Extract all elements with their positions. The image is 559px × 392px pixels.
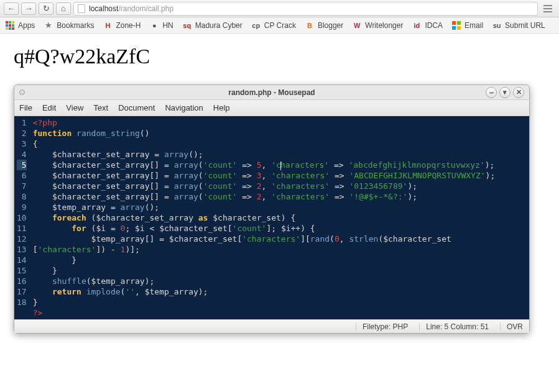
editor-titlebar: random.php - Mousepad ‒ ▾ ✕ (14, 85, 529, 100)
favicon: id (412, 21, 422, 30)
bookmark-label: IDCA (425, 21, 443, 30)
svg-rect-4 (9, 24, 11, 27)
line-number: 14 (17, 255, 27, 265)
menu-item[interactable]: Document (118, 103, 155, 112)
status-filetype: Filetype: PHP (356, 322, 408, 331)
back-button[interactable]: ← (4, 2, 19, 15)
line-number: 7 (17, 181, 27, 191)
line-number: 6 (17, 170, 27, 181)
code-line[interactable]: return implode('', $temp_array); (33, 286, 524, 297)
reload-button[interactable]: ↻ (39, 2, 53, 15)
bookmark-item[interactable]: WWritelonger (352, 21, 403, 30)
url-bar[interactable]: localhost/random/call.php (73, 2, 538, 16)
code-line[interactable]: } (33, 265, 524, 276)
bookmark-item[interactable]: Email (451, 21, 483, 30)
line-number: 15 (17, 265, 27, 276)
code-line[interactable]: } (33, 297, 524, 308)
code-line[interactable]: } (33, 255, 524, 265)
bookmark-item[interactable]: idIDCA (412, 21, 443, 30)
forward-button[interactable]: → (21, 2, 36, 15)
maximize-button[interactable]: ▾ (499, 87, 510, 98)
url-host: localhost (89, 4, 118, 13)
home-button[interactable]: ⌂ (56, 2, 71, 15)
page-icon (78, 4, 85, 13)
line-number: 9 (17, 202, 27, 212)
line-number: 17 (17, 286, 27, 297)
line-number: 1 (17, 117, 27, 128)
favicon: H (103, 21, 113, 30)
bookmark-label: CP Crack (264, 21, 296, 30)
bookmark-label: Zone-H (116, 21, 141, 30)
code-line[interactable]: $temp_array[] = $character_set['characte… (33, 234, 524, 244)
bookmark-item[interactable]: sqMadura Cyber (182, 21, 243, 30)
line-gutter: 123456789101112131415161718 (14, 116, 30, 319)
code-content[interactable]: <?phpfunction random_string(){ $characte… (30, 116, 529, 319)
code-line[interactable]: $character_set_array[] = array('count' =… (33, 191, 524, 202)
close-button[interactable]: ✕ (513, 87, 524, 98)
code-line[interactable]: $character_set_array = array(); (33, 149, 524, 160)
svg-rect-5 (12, 24, 14, 27)
menu-item[interactable]: View (66, 103, 83, 112)
menu-item[interactable]: Help (213, 103, 230, 112)
bookmark-item[interactable]: suSubmit URL (492, 21, 545, 30)
menu-item[interactable]: File (19, 103, 32, 112)
svg-rect-11 (452, 26, 456, 30)
bookmark-label: Apps (18, 21, 35, 30)
bookmark-item[interactable]: BBlogger (305, 21, 343, 30)
code-area[interactable]: 123456789101112131415161718 <?phpfunctio… (14, 116, 529, 319)
bookmark-item[interactable]: HZone-H (103, 21, 141, 30)
svg-rect-9 (452, 21, 456, 25)
line-number: 2 (17, 128, 27, 139)
menu-item[interactable]: Text (93, 103, 108, 112)
bookmark-item[interactable]: cpCP Crack (251, 21, 296, 30)
titlebar-dot[interactable] (19, 89, 25, 95)
svg-rect-7 (9, 27, 11, 30)
minimize-button[interactable]: ‒ (486, 87, 497, 98)
line-number: 5 (17, 160, 27, 170)
code-line[interactable]: $character_set_array[] = array('count' =… (33, 181, 524, 191)
star-icon: ★ (44, 21, 53, 30)
svg-rect-12 (457, 26, 461, 30)
code-line[interactable]: { (33, 139, 524, 149)
code-line[interactable]: $character_set_array[] = array('count' =… (33, 170, 524, 181)
apps-icon (5, 21, 15, 30)
favicon: ● (149, 21, 159, 30)
bookmark-label: Writelonger (365, 21, 403, 30)
line-number: 11 (17, 223, 27, 234)
bookmark-item[interactable]: Apps (5, 21, 35, 30)
code-line[interactable]: function random_string() (33, 128, 524, 139)
url-path: /random/call.php (118, 4, 173, 13)
code-line[interactable]: ['characters']) - 1)]; (33, 244, 524, 255)
code-line[interactable]: <?php (33, 117, 524, 128)
favicon: su (492, 21, 502, 30)
code-line[interactable]: foreach ($character_set_array as $charac… (33, 212, 524, 223)
bookmark-label: Madura Cyber (195, 21, 243, 30)
svg-rect-0 (6, 21, 8, 24)
code-line[interactable]: $temp_array = array(); (33, 202, 524, 212)
line-number: 18 (17, 297, 27, 308)
bookmark-item[interactable]: ●HN (149, 21, 173, 30)
code-line[interactable]: for ($i = 0; $i < $character_set['count'… (33, 223, 524, 234)
page-content: q#Q?w22kaZfC (0, 34, 559, 68)
line-number: 16 (17, 276, 27, 286)
email-icon (451, 21, 461, 30)
favicon: W (352, 21, 362, 30)
status-ovr: OVR (500, 322, 523, 331)
menu-item[interactable]: Navigation (165, 103, 203, 112)
editor-title: random.php - Mousepad (228, 88, 315, 97)
favicon: cp (251, 21, 261, 30)
menu-icon[interactable] (540, 2, 555, 15)
code-line[interactable]: shuffle($temp_array); (33, 276, 524, 286)
code-line[interactable]: $character_set_array[] = array('count' =… (33, 160, 524, 170)
bookmark-item[interactable]: ★Bookmarks (44, 21, 94, 30)
favicon: sq (182, 21, 192, 30)
random-output: q#Q?w22kaZfC (14, 45, 559, 68)
svg-rect-10 (457, 21, 461, 25)
menu-item[interactable]: Edit (42, 103, 56, 112)
line-number: 8 (17, 191, 27, 202)
code-line[interactable]: ?> (33, 308, 524, 318)
bookmark-label: Email (464, 21, 483, 30)
favicon: B (305, 21, 315, 30)
bookmark-label: Bookmarks (57, 21, 94, 30)
bookmark-label: Blogger (318, 21, 343, 30)
